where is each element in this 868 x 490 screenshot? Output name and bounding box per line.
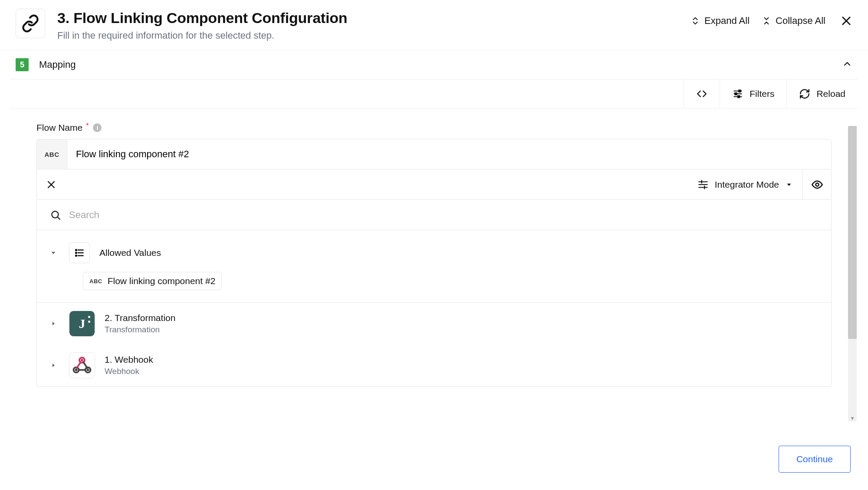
- caret-right-icon: [50, 320, 57, 327]
- svg-point-24: [76, 252, 77, 254]
- expand-all-button[interactable]: Expand All: [690, 15, 750, 26]
- expand-all-label: Expand All: [704, 15, 750, 26]
- chevron-up-icon: [842, 59, 852, 69]
- code-toggle-button[interactable]: [684, 79, 720, 108]
- node-title: 1. Webhook: [105, 354, 153, 365]
- node-transformation[interactable]: J 2. Transformation Transformation: [37, 303, 831, 344]
- section-title: Mapping: [39, 59, 76, 70]
- link-icon: [16, 9, 45, 38]
- collapse-icon: [762, 16, 771, 26]
- node-webhook[interactable]: 1. Webhook Webhook: [37, 344, 831, 386]
- svg-point-16: [815, 183, 819, 186]
- reload-label: Reload: [816, 89, 845, 99]
- svg-point-33: [87, 369, 89, 371]
- allowed-values-section: Allowed Values ABC Flow linking componen…: [37, 230, 831, 303]
- svg-rect-5: [739, 90, 740, 92]
- flow-name-input-row: ABC: [37, 139, 831, 169]
- node-subtitle: Transformation: [105, 325, 175, 334]
- mode-row: Integrator Mode: [37, 169, 831, 200]
- list-lines-icon: [697, 179, 709, 190]
- svg-marker-27: [53, 364, 55, 367]
- svg-rect-7: [738, 96, 740, 97]
- svg-rect-6: [735, 93, 737, 95]
- search-row: [37, 200, 831, 230]
- close-button[interactable]: [840, 15, 852, 27]
- reload-icon: [799, 88, 810, 99]
- page-subtitle: Fill in the required information for the…: [57, 30, 690, 41]
- allowed-values-title: Allowed Values: [99, 248, 161, 258]
- flow-name-label-row: Flow Name* i: [36, 122, 832, 133]
- allowed-values-toggle[interactable]: [47, 249, 59, 257]
- allowed-value-chip[interactable]: ABC Flow linking component #2: [83, 272, 222, 290]
- node-subtitle: Webhook: [105, 367, 153, 376]
- collapse-all-button[interactable]: Collapse All: [762, 15, 825, 26]
- flow-name-input[interactable]: [67, 139, 831, 169]
- flow-name-label: Flow Name: [36, 122, 82, 133]
- filters-label: Filters: [750, 89, 774, 99]
- mode-label: Integrator Mode: [715, 179, 779, 190]
- search-icon: [50, 209, 61, 221]
- section-header[interactable]: 5 Mapping: [0, 50, 868, 79]
- close-icon: [46, 179, 56, 190]
- mapping-toolbar: Filters Reload: [10, 79, 858, 109]
- flow-name-panel: ABC Integrator Mode: [36, 139, 832, 387]
- info-icon[interactable]: i: [93, 123, 102, 132]
- code-icon: [696, 88, 707, 99]
- search-input[interactable]: [69, 209, 822, 221]
- caret-down-icon: [49, 249, 57, 257]
- section-collapse-toggle[interactable]: [842, 59, 852, 71]
- svg-marker-19: [52, 252, 56, 254]
- node-expand-toggle[interactable]: [47, 320, 59, 327]
- continue-label: Continue: [796, 454, 833, 464]
- reload-button[interactable]: Reload: [786, 79, 858, 108]
- step-number-badge: 5: [16, 58, 29, 71]
- svg-line-18: [58, 217, 60, 219]
- eye-icon: [811, 179, 823, 191]
- scroll-down-icon: ▼: [848, 414, 857, 422]
- expand-icon: [690, 16, 700, 26]
- clear-input-button[interactable]: [37, 179, 66, 190]
- svg-marker-15: [787, 183, 791, 185]
- caret-right-icon: [50, 362, 57, 369]
- chip-abc-badge: ABC: [89, 278, 102, 285]
- sliders-icon: [732, 88, 743, 99]
- mapping-scroll-area: Flow Name* i ABC: [10, 109, 858, 414]
- mode-select[interactable]: Integrator Mode: [688, 179, 802, 190]
- close-icon: [840, 15, 852, 27]
- abc-type-badge: ABC: [37, 139, 67, 169]
- page-title: 3. Flow Linking Component Configuration: [57, 10, 690, 26]
- svg-point-32: [75, 369, 78, 371]
- node-expand-toggle[interactable]: [47, 362, 59, 369]
- scrollbar[interactable]: ▲ ▼: [848, 126, 857, 421]
- node-title: 2. Transformation: [105, 313, 175, 323]
- continue-button[interactable]: Continue: [779, 446, 851, 473]
- webhook-icon: [69, 352, 95, 378]
- filters-button[interactable]: Filters: [720, 79, 786, 108]
- svg-point-23: [76, 249, 77, 251]
- svg-marker-26: [53, 322, 55, 325]
- chip-value-label: Flow linking component #2: [108, 276, 216, 286]
- svg-point-25: [76, 255, 77, 256]
- list-icon: [69, 242, 90, 263]
- preview-toggle-button[interactable]: [802, 169, 831, 199]
- caret-down-icon: [785, 181, 793, 189]
- scrollbar-thumb[interactable]: [848, 126, 857, 339]
- required-star: *: [86, 122, 89, 130]
- svg-point-31: [81, 359, 83, 361]
- collapse-all-label: Collapse All: [776, 15, 825, 26]
- config-header: 3. Flow Linking Component Configuration …: [0, 0, 868, 50]
- transformation-icon: J: [69, 311, 95, 337]
